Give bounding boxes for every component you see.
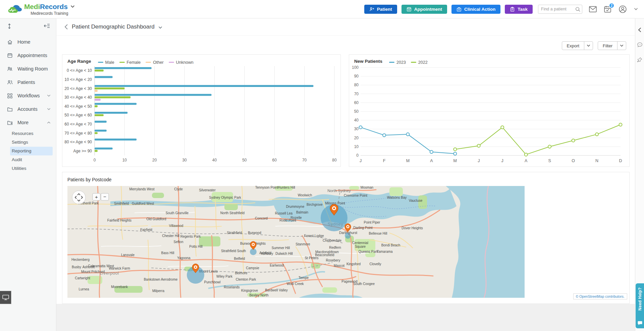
- chevron-up-icon[interactable]: [47, 121, 51, 124]
- svg-text:80: 80: [332, 158, 337, 162]
- brand-name: MediRecords: [24, 3, 68, 11]
- chevron-down-icon[interactable]: [47, 94, 51, 97]
- search-icon[interactable]: [575, 6, 581, 12]
- legend-item[interactable]: Male: [98, 60, 114, 65]
- resize-icon[interactable]: [7, 23, 12, 29]
- svg-text:Mascot: Mascot: [334, 264, 344, 268]
- new-patients-card: New Patients20232022 0102030405060708090…: [349, 54, 630, 167]
- profile-chevron-down-icon[interactable]: [634, 8, 638, 10]
- svg-text:30: 30: [354, 127, 359, 131]
- user-profile-icon[interactable]: [619, 5, 627, 13]
- svg-text:50 <= Age < 60: 50 <= Age < 60: [64, 113, 92, 117]
- export-chevron-down-icon[interactable]: [584, 42, 593, 50]
- folder-icon: [7, 106, 13, 112]
- sidebar-subitem-audit[interactable]: Audit: [10, 155, 53, 164]
- chevron-down-icon[interactable]: [47, 108, 51, 110]
- sidebar-item-appointments[interactable]: Appointments: [0, 49, 56, 62]
- collapse-sidebar-icon[interactable]: [44, 23, 50, 29]
- svg-text:Queens Park: Queens Park: [359, 250, 378, 253]
- svg-text:70: 70: [302, 158, 307, 162]
- svg-text:60: 60: [354, 100, 359, 105]
- need-help-label: Need Help?: [638, 287, 642, 311]
- sidebar-item-patients[interactable]: Patients: [0, 76, 56, 89]
- svg-text:J: J: [360, 158, 362, 163]
- tenant-name: Medirecords Training: [31, 11, 68, 16]
- legend-swatch: [98, 62, 103, 63]
- svg-text:F: F: [383, 158, 386, 163]
- patient-button[interactable]: Patient: [364, 5, 397, 14]
- svg-text:Regents Park: Regents Park: [180, 235, 201, 238]
- notification-badge: 2: [609, 3, 614, 8]
- mail-icon[interactable]: [589, 6, 597, 12]
- sidebar-item-accounts[interactable]: Accounts: [0, 102, 56, 116]
- waiting-room-icon: [7, 66, 13, 72]
- expand-panel-chevron-left-icon[interactable]: [638, 27, 642, 33]
- task-button[interactable]: Task: [505, 5, 533, 14]
- svg-text:Fairfield: Fairfield: [140, 228, 152, 232]
- svg-text:Bexley North: Bexley North: [249, 293, 268, 297]
- svg-text:Campsie: Campsie: [246, 266, 259, 270]
- brand-menu[interactable]: MediRecords Medirecords Training: [7, 3, 75, 16]
- legend-label: 2022: [418, 60, 428, 65]
- export-button[interactable]: Export: [562, 41, 593, 50]
- svg-text:Silverwater: Silverwater: [199, 188, 216, 192]
- svg-text:Bass Hill: Bass Hill: [161, 251, 174, 255]
- sidebar-item-home[interactable]: Home: [0, 35, 56, 49]
- age-range-chart: 010203040506070800 <= Age < 1010 <= Age …: [62, 65, 340, 164]
- svg-text:100: 100: [352, 65, 359, 70]
- sidebar-item-workflows[interactable]: Workflows: [0, 89, 56, 102]
- age-range-legend: MaleFemaleOtherUnknown: [98, 60, 194, 65]
- svg-text:70: 70: [354, 91, 359, 96]
- filter-chevron-down-icon[interactable]: [617, 42, 626, 50]
- svg-text:Ashcroft: Ashcroft: [83, 265, 95, 269]
- patients-icon: [7, 79, 13, 86]
- svg-text:Punchbowl: Punchbowl: [204, 280, 221, 284]
- svg-text:Cremorne Point: Cremorne Point: [344, 194, 367, 197]
- legend-item[interactable]: Other: [146, 60, 163, 65]
- legend-item[interactable]: Female: [119, 60, 141, 65]
- sidebar-item-label: Workflows: [17, 93, 40, 98]
- svg-text:Old Guildford: Old Guildford: [147, 217, 166, 221]
- svg-text:Bardwell Valley: Bardwell Valley: [265, 288, 288, 292]
- svg-text:Belmore: Belmore: [235, 271, 248, 275]
- sidebar-item-waiting-room[interactable]: Waiting Room: [0, 62, 56, 76]
- svg-text:Rosebery: Rosebery: [326, 258, 340, 262]
- svg-text:50: 50: [242, 158, 247, 162]
- person-plus-icon: [369, 7, 374, 12]
- svg-text:Tempe: Tempe: [299, 276, 309, 280]
- sidebar-subitem-settings[interactable]: Settings: [10, 138, 53, 147]
- appointments-notification-icon[interactable]: 2: [604, 5, 611, 13]
- new-patients-legend: 20232022: [389, 60, 428, 65]
- toolbar: Export Filter: [562, 41, 626, 50]
- svg-text:Lansvale: Lansvale: [121, 253, 135, 257]
- filter-button[interactable]: Filter: [598, 41, 626, 50]
- postcode-map[interactable]: Merrylands WestClydeSilverwaterSydney Ol…: [67, 186, 525, 298]
- sidebar-subitem-reporting[interactable]: Reporting: [10, 147, 53, 155]
- back-chevron-icon[interactable]: [64, 24, 68, 30]
- need-help-tab[interactable]: Need Help?: [636, 283, 644, 328]
- sidebar-header: [0, 18, 56, 29]
- pin-icon[interactable]: [637, 57, 642, 62]
- svg-text:Wolli Creek: Wolli Creek: [287, 282, 304, 286]
- svg-text:Square: Square: [355, 245, 366, 248]
- dashboard-chevron-down-icon[interactable]: [158, 26, 162, 29]
- page-title: Patient Demographic Dashboard: [72, 23, 155, 30]
- legend-item[interactable]: 2022: [411, 60, 428, 65]
- svg-text:Point Piper: Point Piper: [364, 221, 381, 224]
- sidebar-subitem-utilities[interactable]: Utilities: [10, 164, 53, 173]
- brand-chevron-down-icon[interactable]: [70, 5, 75, 8]
- screen-capture-widget[interactable]: [0, 291, 11, 304]
- clinical-action-button[interactable]: Clinical Action: [451, 5, 500, 14]
- svg-text:Redfern: Redfern: [329, 246, 341, 249]
- legend-item[interactable]: Unknown: [169, 60, 194, 65]
- map-attribution[interactable]: © OpenStreetMap contributors.: [573, 293, 627, 299]
- sidebar-subitem-resources[interactable]: Resources: [10, 129, 53, 138]
- svg-text:Rodd Point: Rodd Point: [279, 219, 296, 222]
- chat-icon[interactable]: [637, 42, 643, 48]
- patient-search: [538, 5, 582, 14]
- svg-text:Heckenberg: Heckenberg: [71, 258, 90, 262]
- appointment-button[interactable]: Appointment: [401, 5, 447, 14]
- legend-item[interactable]: 2023: [389, 60, 406, 65]
- svg-text:Summer Hill: Summer Hill: [272, 246, 290, 250]
- sidebar-item-more[interactable]: More: [0, 116, 56, 129]
